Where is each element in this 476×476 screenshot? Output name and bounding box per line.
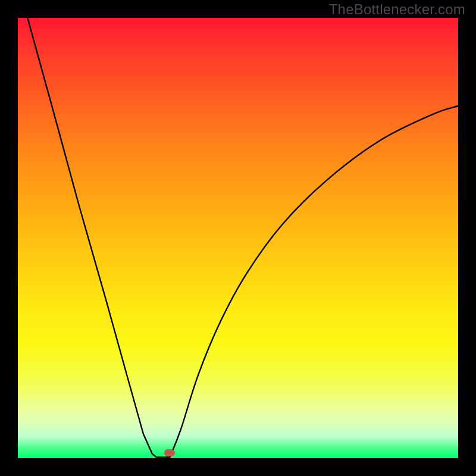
chart-frame: TheBottlenecker.com bbox=[0, 0, 476, 476]
watermark-text: TheBottlenecker.com bbox=[329, 1, 465, 18]
plot-area bbox=[18, 18, 458, 458]
curve-svg bbox=[18, 18, 458, 458]
optimum-marker bbox=[164, 449, 175, 456]
bottleneck-curve bbox=[27, 18, 458, 458]
